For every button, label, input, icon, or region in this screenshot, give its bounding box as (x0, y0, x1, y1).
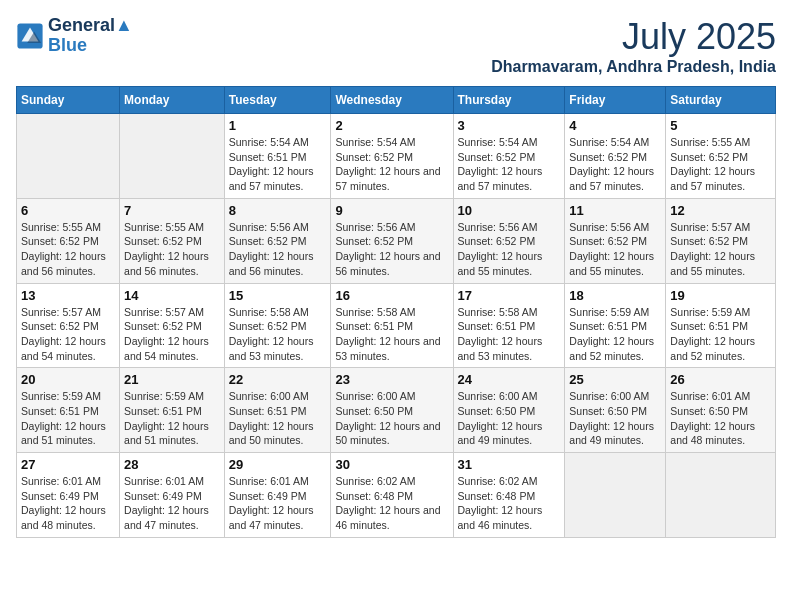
cell-content: Sunrise: 5:58 AM Sunset: 6:52 PM Dayligh… (229, 305, 327, 364)
day-number: 4 (569, 118, 661, 133)
calendar-cell: 30Sunrise: 6:02 AM Sunset: 6:48 PM Dayli… (331, 453, 453, 538)
cell-content: Sunrise: 5:59 AM Sunset: 6:51 PM Dayligh… (670, 305, 771, 364)
cell-content: Sunrise: 6:00 AM Sunset: 6:50 PM Dayligh… (335, 389, 448, 448)
page-header: General▲ Blue July 2025 Dharmavaram, And… (16, 16, 776, 76)
day-number: 21 (124, 372, 220, 387)
calendar-cell (17, 114, 120, 199)
cell-content: Sunrise: 6:01 AM Sunset: 6:50 PM Dayligh… (670, 389, 771, 448)
day-number: 18 (569, 288, 661, 303)
cell-content: Sunrise: 5:56 AM Sunset: 6:52 PM Dayligh… (229, 220, 327, 279)
title-block: July 2025 Dharmavaram, Andhra Pradesh, I… (491, 16, 776, 76)
cell-content: Sunrise: 5:57 AM Sunset: 6:52 PM Dayligh… (21, 305, 115, 364)
day-number: 16 (335, 288, 448, 303)
cell-content: Sunrise: 6:01 AM Sunset: 6:49 PM Dayligh… (124, 474, 220, 533)
calendar-cell: 8Sunrise: 5:56 AM Sunset: 6:52 PM Daylig… (224, 198, 331, 283)
logo-icon (16, 22, 44, 50)
weekday-header-friday: Friday (565, 87, 666, 114)
logo-text: General▲ Blue (48, 16, 133, 56)
cell-content: Sunrise: 6:00 AM Sunset: 6:50 PM Dayligh… (569, 389, 661, 448)
day-number: 7 (124, 203, 220, 218)
cell-content: Sunrise: 5:57 AM Sunset: 6:52 PM Dayligh… (670, 220, 771, 279)
day-number: 13 (21, 288, 115, 303)
cell-content: Sunrise: 6:00 AM Sunset: 6:51 PM Dayligh… (229, 389, 327, 448)
calendar-cell: 24Sunrise: 6:00 AM Sunset: 6:50 PM Dayli… (453, 368, 565, 453)
day-number: 22 (229, 372, 327, 387)
cell-content: Sunrise: 5:59 AM Sunset: 6:51 PM Dayligh… (21, 389, 115, 448)
day-number: 31 (458, 457, 561, 472)
cell-content: Sunrise: 5:54 AM Sunset: 6:51 PM Dayligh… (229, 135, 327, 194)
logo: General▲ Blue (16, 16, 133, 56)
calendar-cell: 23Sunrise: 6:00 AM Sunset: 6:50 PM Dayli… (331, 368, 453, 453)
day-number: 19 (670, 288, 771, 303)
cell-content: Sunrise: 5:57 AM Sunset: 6:52 PM Dayligh… (124, 305, 220, 364)
calendar-cell: 1Sunrise: 5:54 AM Sunset: 6:51 PM Daylig… (224, 114, 331, 199)
calendar-cell: 7Sunrise: 5:55 AM Sunset: 6:52 PM Daylig… (120, 198, 225, 283)
cell-content: Sunrise: 5:55 AM Sunset: 6:52 PM Dayligh… (124, 220, 220, 279)
day-number: 17 (458, 288, 561, 303)
weekday-header-saturday: Saturday (666, 87, 776, 114)
cell-content: Sunrise: 5:55 AM Sunset: 6:52 PM Dayligh… (670, 135, 771, 194)
cell-content: Sunrise: 6:01 AM Sunset: 6:49 PM Dayligh… (229, 474, 327, 533)
calendar-cell: 4Sunrise: 5:54 AM Sunset: 6:52 PM Daylig… (565, 114, 666, 199)
day-number: 29 (229, 457, 327, 472)
day-number: 23 (335, 372, 448, 387)
calendar-cell: 10Sunrise: 5:56 AM Sunset: 6:52 PM Dayli… (453, 198, 565, 283)
day-number: 1 (229, 118, 327, 133)
day-number: 5 (670, 118, 771, 133)
cell-content: Sunrise: 5:56 AM Sunset: 6:52 PM Dayligh… (458, 220, 561, 279)
calendar-cell: 31Sunrise: 6:02 AM Sunset: 6:48 PM Dayli… (453, 453, 565, 538)
day-number: 3 (458, 118, 561, 133)
day-number: 11 (569, 203, 661, 218)
calendar-cell: 5Sunrise: 5:55 AM Sunset: 6:52 PM Daylig… (666, 114, 776, 199)
weekday-header-wednesday: Wednesday (331, 87, 453, 114)
day-number: 12 (670, 203, 771, 218)
calendar-cell (565, 453, 666, 538)
calendar-cell: 3Sunrise: 5:54 AM Sunset: 6:52 PM Daylig… (453, 114, 565, 199)
calendar-cell: 11Sunrise: 5:56 AM Sunset: 6:52 PM Dayli… (565, 198, 666, 283)
calendar-cell: 25Sunrise: 6:00 AM Sunset: 6:50 PM Dayli… (565, 368, 666, 453)
day-number: 24 (458, 372, 561, 387)
cell-content: Sunrise: 5:58 AM Sunset: 6:51 PM Dayligh… (458, 305, 561, 364)
calendar-table: SundayMondayTuesdayWednesdayThursdayFrid… (16, 86, 776, 538)
calendar-cell: 6Sunrise: 5:55 AM Sunset: 6:52 PM Daylig… (17, 198, 120, 283)
location-title: Dharmavaram, Andhra Pradesh, India (491, 58, 776, 76)
calendar-cell: 2Sunrise: 5:54 AM Sunset: 6:52 PM Daylig… (331, 114, 453, 199)
calendar-cell: 17Sunrise: 5:58 AM Sunset: 6:51 PM Dayli… (453, 283, 565, 368)
weekday-header-tuesday: Tuesday (224, 87, 331, 114)
calendar-cell: 26Sunrise: 6:01 AM Sunset: 6:50 PM Dayli… (666, 368, 776, 453)
day-number: 15 (229, 288, 327, 303)
cell-content: Sunrise: 5:59 AM Sunset: 6:51 PM Dayligh… (124, 389, 220, 448)
calendar-cell: 20Sunrise: 5:59 AM Sunset: 6:51 PM Dayli… (17, 368, 120, 453)
calendar-cell: 29Sunrise: 6:01 AM Sunset: 6:49 PM Dayli… (224, 453, 331, 538)
day-number: 28 (124, 457, 220, 472)
cell-content: Sunrise: 5:54 AM Sunset: 6:52 PM Dayligh… (335, 135, 448, 194)
cell-content: Sunrise: 6:01 AM Sunset: 6:49 PM Dayligh… (21, 474, 115, 533)
calendar-cell: 27Sunrise: 6:01 AM Sunset: 6:49 PM Dayli… (17, 453, 120, 538)
cell-content: Sunrise: 5:59 AM Sunset: 6:51 PM Dayligh… (569, 305, 661, 364)
calendar-cell: 18Sunrise: 5:59 AM Sunset: 6:51 PM Dayli… (565, 283, 666, 368)
weekday-header-thursday: Thursday (453, 87, 565, 114)
calendar-cell: 21Sunrise: 5:59 AM Sunset: 6:51 PM Dayli… (120, 368, 225, 453)
calendar-cell: 14Sunrise: 5:57 AM Sunset: 6:52 PM Dayli… (120, 283, 225, 368)
day-number: 2 (335, 118, 448, 133)
calendar-cell (120, 114, 225, 199)
calendar-cell: 19Sunrise: 5:59 AM Sunset: 6:51 PM Dayli… (666, 283, 776, 368)
cell-content: Sunrise: 5:54 AM Sunset: 6:52 PM Dayligh… (569, 135, 661, 194)
calendar-cell (666, 453, 776, 538)
day-number: 8 (229, 203, 327, 218)
day-number: 14 (124, 288, 220, 303)
weekday-header-monday: Monday (120, 87, 225, 114)
day-number: 20 (21, 372, 115, 387)
cell-content: Sunrise: 5:56 AM Sunset: 6:52 PM Dayligh… (335, 220, 448, 279)
day-number: 27 (21, 457, 115, 472)
cell-content: Sunrise: 5:56 AM Sunset: 6:52 PM Dayligh… (569, 220, 661, 279)
day-number: 10 (458, 203, 561, 218)
cell-content: Sunrise: 5:54 AM Sunset: 6:52 PM Dayligh… (458, 135, 561, 194)
calendar-cell: 12Sunrise: 5:57 AM Sunset: 6:52 PM Dayli… (666, 198, 776, 283)
cell-content: Sunrise: 5:58 AM Sunset: 6:51 PM Dayligh… (335, 305, 448, 364)
cell-content: Sunrise: 6:00 AM Sunset: 6:50 PM Dayligh… (458, 389, 561, 448)
cell-content: Sunrise: 6:02 AM Sunset: 6:48 PM Dayligh… (335, 474, 448, 533)
calendar-cell: 22Sunrise: 6:00 AM Sunset: 6:51 PM Dayli… (224, 368, 331, 453)
cell-content: Sunrise: 6:02 AM Sunset: 6:48 PM Dayligh… (458, 474, 561, 533)
weekday-header-sunday: Sunday (17, 87, 120, 114)
